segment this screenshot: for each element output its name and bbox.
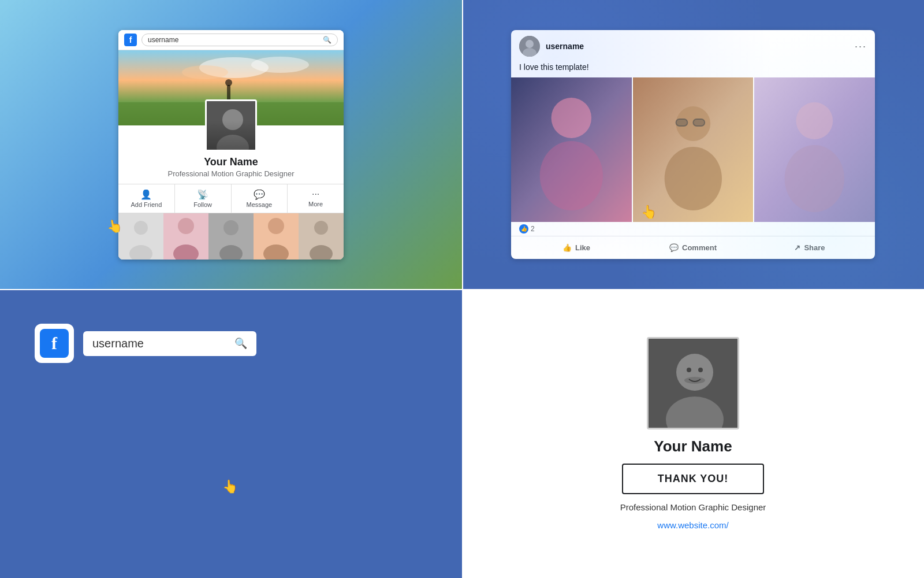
post-image-2[interactable]: [633, 77, 754, 222]
add-friend-icon: 👤: [140, 189, 152, 200]
vertical-divider: [462, 0, 463, 578]
add-friend-label: Add Friend: [131, 201, 162, 208]
thankyou-button[interactable]: THANK YOU!: [622, 464, 765, 494]
svg-point-17: [223, 220, 239, 235]
svg-point-33: [664, 147, 721, 210]
svg-point-42: [687, 368, 691, 372]
svg-rect-7: [207, 101, 257, 151]
cursor-q3: 👆: [222, 479, 238, 494]
svg-point-30: [540, 141, 603, 210]
photo-strip-item-1[interactable]: [118, 213, 163, 260]
post-images: [511, 77, 875, 222]
message-label: Message: [247, 201, 273, 208]
svg-point-3: [251, 57, 309, 73]
photo-strip: [118, 213, 344, 260]
svg-point-9: [217, 135, 249, 151]
add-friend-button[interactable]: 👤 Add Friend: [118, 184, 175, 213]
fb-search-bar: f username 🔍: [118, 30, 344, 50]
search-text-small: username: [148, 36, 178, 44]
profile-avatar: [205, 99, 257, 151]
message-button[interactable]: 💬 Message: [232, 184, 288, 213]
fb-profile-card: f username 🔍: [118, 30, 344, 260]
search-icon-small: 🔍: [323, 36, 331, 44]
follow-icon: 📡: [197, 189, 208, 200]
svg-point-38: [785, 145, 844, 212]
post-image-3[interactable]: [754, 77, 875, 222]
profile-name: Your Name: [118, 156, 344, 168]
svg-point-43: [698, 368, 703, 372]
quadrant-search: f username 🔍 👆: [0, 289, 462, 578]
more-label: More: [308, 201, 323, 208]
profile-avatar-section: [118, 99, 344, 151]
quadrant-feed: username ··· I love this template!: [462, 0, 924, 289]
svg-point-37: [796, 102, 833, 139]
follow-label: Follow: [193, 201, 212, 208]
cursor-q2: 👆: [641, 205, 657, 220]
fb-logo-large: f: [35, 324, 74, 363]
profile-actions: 👤 Add Friend 📡 Follow 💬 Message ··· More: [118, 184, 344, 213]
quadrant-profile: f username 🔍: [0, 0, 462, 289]
svg-point-40: [676, 354, 713, 391]
thankyou-avatar: [647, 337, 739, 429]
message-icon: 💬: [254, 189, 265, 200]
fb-search-large[interactable]: username 🔍: [83, 331, 256, 356]
cursor-q1: 👆: [106, 218, 124, 235]
photo-strip-item-3[interactable]: [208, 213, 254, 260]
thankyou-name: Your Name: [654, 438, 732, 455]
photo-strip-item-2[interactable]: [163, 213, 208, 260]
search-container: f username 🔍: [35, 324, 256, 363]
photo-strip-item-5[interactable]: [299, 213, 344, 260]
more-button[interactable]: ··· More: [288, 184, 344, 213]
profile-title: Professional Motion Graphic Designer: [118, 169, 344, 178]
fb-logo-small: f: [124, 34, 137, 46]
thankyou-profession: Professional Motion Graphic Designer: [620, 502, 766, 512]
post-image-1[interactable]: [511, 77, 632, 222]
svg-point-44: [684, 377, 705, 384]
fb-logo-large-inner: f: [40, 329, 69, 358]
svg-rect-34: [676, 119, 687, 126]
search-text-large: username: [92, 337, 228, 350]
follow-button[interactable]: 📡 Follow: [175, 184, 232, 213]
svg-point-14: [178, 218, 194, 234]
svg-point-11: [134, 221, 148, 235]
search-icon-large: 🔍: [234, 337, 247, 350]
svg-point-20: [268, 218, 284, 234]
thankyou-website[interactable]: www.website.com/: [657, 520, 728, 530]
thankyou-card: Your Name THANK YOU! Professional Motion…: [597, 314, 789, 553]
avatar-image: [207, 101, 257, 151]
photo-strip-item-4[interactable]: [254, 213, 299, 260]
svg-point-29: [552, 98, 592, 138]
svg-rect-35: [693, 119, 705, 126]
svg-point-6: [225, 79, 232, 86]
quadrant-thankyou: Your Name THANK YOU! Professional Motion…: [462, 289, 924, 578]
more-icon: ···: [312, 189, 319, 199]
svg-point-2: [182, 65, 228, 79]
svg-point-23: [314, 221, 328, 235]
fb-search-input-small[interactable]: username 🔍: [141, 34, 338, 46]
svg-point-8: [222, 109, 243, 130]
